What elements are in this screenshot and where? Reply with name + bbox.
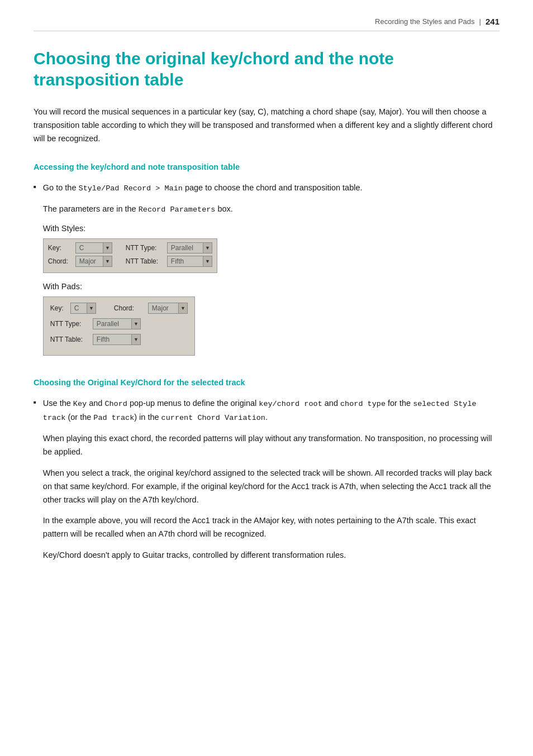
key-dropdown-pads[interactable]: ▼ [87, 303, 96, 314]
ntt-table-dropdown-pads[interactable]: ▼ [132, 334, 141, 345]
intro-paragraph: You will record the musical sequences in… [34, 106, 499, 146]
ntt-table-field-group-styles: Fifth ▼ [167, 256, 212, 267]
bullet-section-2: ■ Use the Key and Chord pop-up menus to … [34, 397, 499, 570]
section2-para3: In the example above, you will record th… [43, 514, 499, 541]
chord-dropdown-styles[interactable]: ▼ [103, 256, 112, 267]
bullet-icon-2: ■ [34, 400, 36, 570]
pads-ui-box: Key: C ▼ Chord: Major ▼ NTT Type: [43, 296, 195, 356]
b2-key: Key [73, 400, 87, 408]
b2-part3: and [322, 399, 340, 408]
ntt-table-dropdown-styles[interactable]: ▼ [203, 256, 212, 267]
ntt-table-value-pads: Fifth [93, 334, 132, 345]
chord-value-styles: Major [75, 256, 103, 267]
with-pads-label: With Pads: [43, 282, 499, 291]
key-field-group-styles: C ▼ [75, 242, 112, 253]
ntt-type-field-group-pads: Parallel ▼ [93, 318, 141, 329]
section1-heading: Accessing the key/chord and note transpo… [34, 162, 499, 171]
indent1-end: box. [215, 204, 232, 213]
ntt-table-label-pads: NTT Table: [50, 336, 89, 343]
chord-label-styles: Chord: [48, 257, 73, 265]
bullet-content-1: Go to the Style/Pad Record > Main page t… [43, 181, 499, 365]
pads-row-2: NTT Type: Parallel ▼ [50, 318, 188, 329]
indent1-text: The parameters are in the [43, 204, 139, 213]
bullet1-code1: Style/Pad Record > Main [79, 184, 183, 193]
page-container: Recording the Styles and Pads | 241 Choo… [0, 0, 533, 756]
b2-and: and [87, 399, 104, 408]
styles-ui-box: Key: C ▼ NTT Type: Parallel ▼ Chord: [43, 238, 217, 273]
header-page: 241 [486, 17, 499, 26]
b2-currentchord: current Chord Variation [161, 414, 265, 422]
section2-heading: Choosing the Original Key/Chord for the … [34, 378, 499, 387]
key-value-pads: C [70, 303, 87, 314]
key-label-pads: Key: [50, 304, 67, 312]
styles-row-1: Key: C ▼ NTT Type: Parallel ▼ [48, 242, 212, 253]
b2-keychord: key/chord root [259, 400, 322, 408]
header-bar: Recording the Styles and Pads | 241 [34, 17, 499, 31]
ntt-type-dropdown-pads[interactable]: ▼ [132, 318, 141, 329]
chord-value-pads: Major [148, 303, 179, 314]
key-field-group-pads: C ▼ [70, 303, 96, 314]
record-params-code: Record Parameters [139, 205, 216, 214]
with-styles-label: With Styles: [43, 224, 499, 233]
ntt-table-label-styles: NTT Table: [126, 257, 165, 265]
bullet-section-1: ■ Go to the Style/Pad Record > Main page… [34, 181, 499, 365]
section2-para1: When playing this exact chord, the recor… [43, 432, 499, 459]
header-title: Recording the Styles and Pads [375, 17, 475, 26]
ntt-table-value-styles: Fifth [167, 256, 203, 267]
ntt-type-value-pads: Parallel [93, 318, 132, 329]
key-value-styles: C [75, 242, 103, 253]
ntt-type-label-styles: NTT Type: [126, 244, 165, 252]
ntt-type-value-styles: Parallel [167, 242, 203, 253]
b2-part2: pop-up menus to define the original [127, 399, 259, 408]
ntt-type-label-pads: NTT Type: [50, 320, 89, 328]
ntt-type-field-group-styles: Parallel ▼ [167, 242, 212, 253]
b2-chordtype: chord type [340, 400, 386, 408]
main-heading: Choosing the original key/chord and the … [34, 48, 499, 90]
key-dropdown-styles[interactable]: ▼ [103, 242, 112, 253]
header-text: Recording the Styles and Pads | 241 [375, 17, 499, 26]
b2-part4: for the [386, 399, 413, 408]
section2-para2: When you select a track, the original ke… [43, 467, 499, 507]
b2-chord: Chord [104, 400, 127, 408]
bullet-icon-1: ■ [34, 184, 36, 365]
pads-row-3: NTT Table: Fifth ▼ [50, 334, 188, 345]
chord-label-pads: Chord: [114, 304, 145, 312]
bullet2-text: Use the Key and Chord pop-up menus to de… [43, 397, 499, 424]
key-label-styles: Key: [48, 244, 73, 252]
ntt-table-field-group-pads: Fifth ▼ [93, 334, 141, 345]
bullet1-part2: page to choose the chord and transpositi… [183, 183, 363, 192]
b2-part5: (or the [65, 413, 93, 422]
b2-part6: ) in the [134, 413, 161, 422]
chord-dropdown-pads[interactable]: ▼ [179, 303, 188, 314]
header-separator: | [479, 17, 481, 26]
bullet1-part1: Go to the [43, 183, 79, 192]
chord-field-group-styles: Major ▼ [75, 256, 112, 267]
bullet-content-2: Use the Key and Chord pop-up menus to de… [43, 397, 499, 570]
section2-para4: Key/Chord doesn't apply to Guitar tracks… [43, 549, 499, 562]
styles-row-2: Chord: Major ▼ NTT Table: Fifth ▼ [48, 256, 212, 267]
chord-field-group-pads: Major ▼ [148, 303, 188, 314]
b2-part7: . [265, 413, 268, 422]
b2-padtrack: Pad track [93, 414, 134, 422]
pads-row-1: Key: C ▼ Chord: Major ▼ [50, 303, 188, 314]
bullet1-text: Go to the Style/Pad Record > Main page t… [43, 181, 499, 195]
ntt-type-dropdown-styles[interactable]: ▼ [203, 242, 212, 253]
record-params-text: The parameters are in the Record Paramet… [43, 203, 499, 216]
b2-part1: Use the [43, 399, 73, 408]
